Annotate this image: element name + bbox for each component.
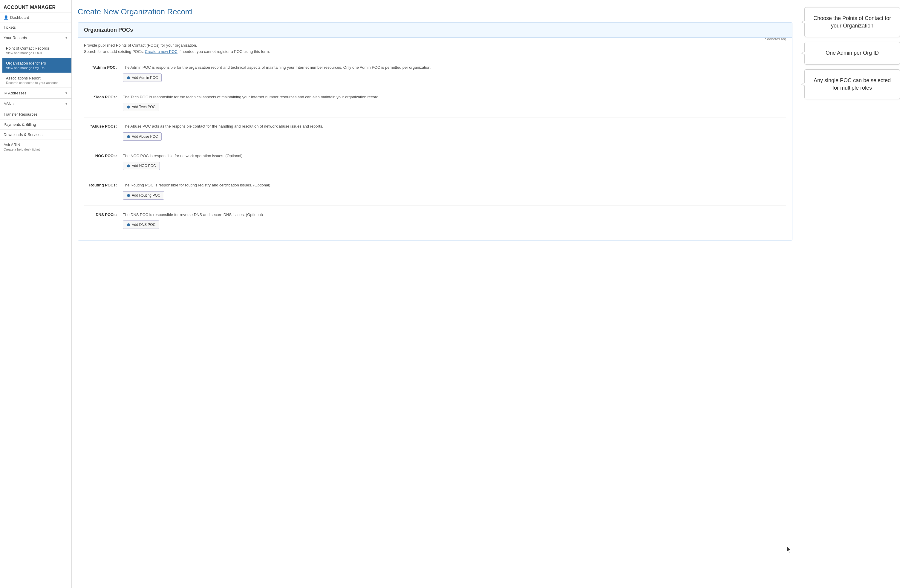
plus-icon: ⊕ <box>127 193 130 198</box>
poc-content-1: The Tech POC is responsible for the tech… <box>123 94 786 112</box>
sidebar-section-asns: ASNs ▼ <box>0 99 71 109</box>
plus-icon: ⊕ <box>127 163 130 168</box>
poc-content-4: The Routing POC is responsible for routi… <box>123 182 786 200</box>
add-poc-label: Add Routing POC <box>132 193 160 197</box>
callouts-area: Choose the Points of Contact for your Or… <box>804 7 900 99</box>
poc-content-2: The Abuse POC acts as the responsible co… <box>123 123 786 141</box>
dashboard-icon: 👤 <box>3 15 8 20</box>
add-poc-button-3[interactable]: ⊕Add NOC POC <box>123 161 160 170</box>
card-header: Organization POCs <box>78 23 792 38</box>
poc-desc-1: The Tech POC is responsible for the tech… <box>123 94 786 100</box>
plus-icon: ⊕ <box>127 105 130 109</box>
sidebar-item-transfer-resources[interactable]: Transfer Resources <box>0 109 71 119</box>
add-poc-label: Add Tech POC <box>132 105 155 109</box>
sidebar-item-downloads[interactable]: Downloads & Services <box>0 130 71 140</box>
poc-label-3: NOC POCs: <box>84 153 117 158</box>
main-content: Create New Organization Record Choose th… <box>72 0 900 588</box>
sidebar: ACCOUNT MANAGER 👤 Dashboard Tickets Your… <box>0 0 72 588</box>
poc-row: *Abuse POCs:The Abuse POC acts as the re… <box>84 118 786 147</box>
poc-label-4: Routing POCs: <box>84 182 117 187</box>
poc-content-5: The DNS POC is responsible for reverse D… <box>123 212 786 229</box>
your-records-toggle[interactable]: Your Records ▼ <box>0 33 71 43</box>
sidebar-title: ACCOUNT MANAGER <box>3 5 68 10</box>
sidebar-item-tickets[interactable]: Tickets <box>0 22 71 33</box>
poc-row: *Admin POC:The Admin POC is responsible … <box>84 59 786 88</box>
page-title: Create New Organization Record <box>78 7 894 16</box>
cursor-indicator <box>787 547 793 552</box>
poc-desc-5: The DNS POC is responsible for reverse D… <box>123 212 786 218</box>
card-search-note: Search for and add existing POCs. Create… <box>84 49 786 54</box>
chevron-down-icon-ip: ▼ <box>65 92 68 95</box>
poc-desc-0: The Admin POC is responsible for the org… <box>123 65 786 70</box>
sidebar-dashboard-item[interactable]: 👤 Dashboard <box>0 13 71 22</box>
poc-desc-3: The NOC POC is responsible for network o… <box>123 153 786 159</box>
asns-toggle[interactable]: ASNs ▼ <box>0 99 71 109</box>
add-poc-button-5[interactable]: ⊕Add DNS POC <box>123 220 159 229</box>
create-new-poc-link[interactable]: Create a new POC <box>145 49 177 54</box>
poc-label-0: *Admin POC: <box>84 65 117 70</box>
poc-content-3: The NOC POC is responsible for network o… <box>123 153 786 170</box>
sidebar-item-org-identifiers[interactable]: Organization Identifiers View and manage… <box>2 58 71 73</box>
add-poc-label: Add DNS POC <box>132 223 155 227</box>
add-poc-label: Add NOC POC <box>132 164 156 168</box>
poc-content-0: The Admin POC is responsible for the org… <box>123 65 786 82</box>
add-poc-button-0[interactable]: ⊕Add Admin POC <box>123 73 161 82</box>
poc-label-1: *Tech POCs: <box>84 94 117 99</box>
plus-icon: ⊕ <box>127 75 130 80</box>
callout-one-admin: One Admin per Org ID <box>804 42 900 64</box>
sidebar-section-ip-addresses: IP Addresses ▼ <box>0 88 71 99</box>
sidebar-item-payments[interactable]: Payments & Billing <box>0 119 71 130</box>
add-poc-label: Add Admin POC <box>132 76 158 80</box>
poc-label-2: *Abuse POCs: <box>84 123 117 129</box>
sidebar-item-associations[interactable]: Associations Report Records connected to… <box>2 73 71 88</box>
sidebar-nav: Tickets Your Records ▼ Point of Contact … <box>0 22 71 154</box>
add-poc-button-2[interactable]: ⊕Add Abuse POC <box>123 132 161 141</box>
callout-multiple-roles: Any single POC can be selected for multi… <box>804 69 900 99</box>
sidebar-item-ask-arin[interactable]: Ask ARIN Create a help desk ticket <box>0 140 71 154</box>
add-poc-button-1[interactable]: ⊕Add Tech POC <box>123 103 159 111</box>
chevron-down-icon-asns: ▼ <box>65 102 68 105</box>
poc-rows-container: *Admin POC:The Admin POC is responsible … <box>84 59 786 235</box>
poc-desc-2: The Abuse POC acts as the responsible co… <box>123 123 786 129</box>
ip-addresses-toggle[interactable]: IP Addresses ▼ <box>0 88 71 98</box>
organization-pocs-card: Organization POCs Provide published Poin… <box>78 22 793 240</box>
dashboard-label: Dashboard <box>10 15 29 20</box>
denotes-note: * denotes req <box>765 37 786 41</box>
poc-row: DNS POCs:The DNS POC is responsible for … <box>84 206 786 235</box>
your-records-subitems: Point of Contact Records View and manage… <box>0 43 71 88</box>
poc-row: NOC POCs:The NOC POC is responsible for … <box>84 147 786 177</box>
poc-desc-4: The Routing POC is responsible for routi… <box>123 182 786 188</box>
sidebar-item-point-of-contact[interactable]: Point of Contact Records View and manage… <box>2 43 71 58</box>
add-poc-label: Add Abuse POC <box>132 135 158 139</box>
poc-label-5: DNS POCs: <box>84 212 117 217</box>
add-poc-button-4[interactable]: ⊕Add Routing POC <box>123 191 164 200</box>
plus-icon: ⊕ <box>127 134 130 139</box>
card-intro-text: Provide published Points of Contact (POC… <box>84 43 786 48</box>
plus-icon: ⊕ <box>127 222 130 227</box>
poc-row: *Tech POCs:The Tech POC is responsible f… <box>84 88 786 118</box>
poc-row: Routing POCs:The Routing POC is responsi… <box>84 176 786 206</box>
chevron-down-icon: ▼ <box>65 36 68 39</box>
sidebar-header: ACCOUNT MANAGER <box>0 0 71 13</box>
sidebar-section-your-records: Your Records ▼ Point of Contact Records … <box>0 33 71 88</box>
callout-choose-poc: Choose the Points of Contact for your Or… <box>804 7 900 37</box>
card-body: Provide published Points of Contact (POC… <box>78 38 792 240</box>
